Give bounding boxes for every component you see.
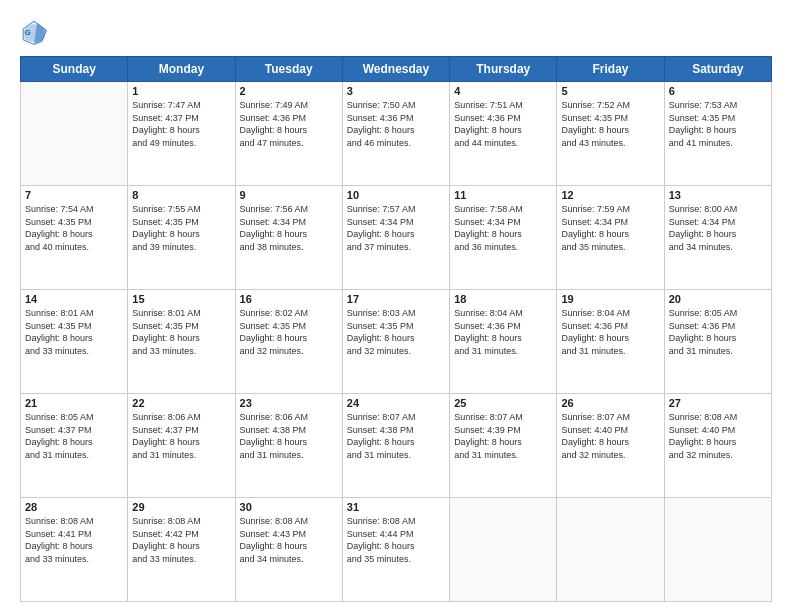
logo: G [20, 18, 52, 46]
calendar-cell: 23Sunrise: 8:06 AM Sunset: 4:38 PM Dayli… [235, 394, 342, 498]
calendar-cell: 5Sunrise: 7:52 AM Sunset: 4:35 PM Daylig… [557, 82, 664, 186]
day-info: Sunrise: 8:08 AM Sunset: 4:42 PM Dayligh… [132, 515, 230, 565]
day-number: 14 [25, 293, 123, 305]
weekday-header-row: SundayMondayTuesdayWednesdayThursdayFrid… [21, 57, 772, 82]
day-number: 18 [454, 293, 552, 305]
calendar-cell: 25Sunrise: 8:07 AM Sunset: 4:39 PM Dayli… [450, 394, 557, 498]
day-info: Sunrise: 7:52 AM Sunset: 4:35 PM Dayligh… [561, 99, 659, 149]
calendar-cell: 16Sunrise: 8:02 AM Sunset: 4:35 PM Dayli… [235, 290, 342, 394]
day-info: Sunrise: 7:47 AM Sunset: 4:37 PM Dayligh… [132, 99, 230, 149]
calendar-cell: 20Sunrise: 8:05 AM Sunset: 4:36 PM Dayli… [664, 290, 771, 394]
calendar-week-row: 7Sunrise: 7:54 AM Sunset: 4:35 PM Daylig… [21, 186, 772, 290]
day-number: 13 [669, 189, 767, 201]
day-number: 8 [132, 189, 230, 201]
day-info: Sunrise: 8:07 AM Sunset: 4:39 PM Dayligh… [454, 411, 552, 461]
calendar-cell: 12Sunrise: 7:59 AM Sunset: 4:34 PM Dayli… [557, 186, 664, 290]
day-number: 26 [561, 397, 659, 409]
calendar-cell: 29Sunrise: 8:08 AM Sunset: 4:42 PM Dayli… [128, 498, 235, 602]
day-number: 1 [132, 85, 230, 97]
day-info: Sunrise: 8:01 AM Sunset: 4:35 PM Dayligh… [25, 307, 123, 357]
day-info: Sunrise: 7:53 AM Sunset: 4:35 PM Dayligh… [669, 99, 767, 149]
page: G SundayMondayTuesdayWednesdayThursdayFr… [0, 0, 792, 612]
calendar-cell: 13Sunrise: 8:00 AM Sunset: 4:34 PM Dayli… [664, 186, 771, 290]
day-number: 27 [669, 397, 767, 409]
day-number: 6 [669, 85, 767, 97]
calendar-cell: 31Sunrise: 8:08 AM Sunset: 4:44 PM Dayli… [342, 498, 449, 602]
calendar-table: SundayMondayTuesdayWednesdayThursdayFrid… [20, 56, 772, 602]
weekday-header-sunday: Sunday [21, 57, 128, 82]
day-info: Sunrise: 8:04 AM Sunset: 4:36 PM Dayligh… [561, 307, 659, 357]
day-number: 31 [347, 501, 445, 513]
day-info: Sunrise: 8:06 AM Sunset: 4:37 PM Dayligh… [132, 411, 230, 461]
calendar-cell: 28Sunrise: 8:08 AM Sunset: 4:41 PM Dayli… [21, 498, 128, 602]
day-number: 12 [561, 189, 659, 201]
calendar-cell: 27Sunrise: 8:08 AM Sunset: 4:40 PM Dayli… [664, 394, 771, 498]
day-number: 4 [454, 85, 552, 97]
day-info: Sunrise: 7:58 AM Sunset: 4:34 PM Dayligh… [454, 203, 552, 253]
weekday-header-saturday: Saturday [664, 57, 771, 82]
day-info: Sunrise: 8:01 AM Sunset: 4:35 PM Dayligh… [132, 307, 230, 357]
weekday-header-thursday: Thursday [450, 57, 557, 82]
calendar-cell: 26Sunrise: 8:07 AM Sunset: 4:40 PM Dayli… [557, 394, 664, 498]
day-info: Sunrise: 8:07 AM Sunset: 4:40 PM Dayligh… [561, 411, 659, 461]
calendar-cell: 22Sunrise: 8:06 AM Sunset: 4:37 PM Dayli… [128, 394, 235, 498]
day-info: Sunrise: 7:55 AM Sunset: 4:35 PM Dayligh… [132, 203, 230, 253]
calendar-cell [21, 82, 128, 186]
day-info: Sunrise: 8:08 AM Sunset: 4:41 PM Dayligh… [25, 515, 123, 565]
calendar-cell: 2Sunrise: 7:49 AM Sunset: 4:36 PM Daylig… [235, 82, 342, 186]
calendar-week-row: 1Sunrise: 7:47 AM Sunset: 4:37 PM Daylig… [21, 82, 772, 186]
day-number: 5 [561, 85, 659, 97]
day-info: Sunrise: 8:06 AM Sunset: 4:38 PM Dayligh… [240, 411, 338, 461]
day-number: 11 [454, 189, 552, 201]
calendar-cell: 6Sunrise: 7:53 AM Sunset: 4:35 PM Daylig… [664, 82, 771, 186]
day-info: Sunrise: 8:07 AM Sunset: 4:38 PM Dayligh… [347, 411, 445, 461]
day-number: 30 [240, 501, 338, 513]
day-info: Sunrise: 8:04 AM Sunset: 4:36 PM Dayligh… [454, 307, 552, 357]
day-info: Sunrise: 7:51 AM Sunset: 4:36 PM Dayligh… [454, 99, 552, 149]
day-number: 17 [347, 293, 445, 305]
day-info: Sunrise: 8:05 AM Sunset: 4:36 PM Dayligh… [669, 307, 767, 357]
calendar-week-row: 14Sunrise: 8:01 AM Sunset: 4:35 PM Dayli… [21, 290, 772, 394]
day-number: 28 [25, 501, 123, 513]
day-number: 24 [347, 397, 445, 409]
day-info: Sunrise: 7:49 AM Sunset: 4:36 PM Dayligh… [240, 99, 338, 149]
calendar-cell [450, 498, 557, 602]
calendar-cell [557, 498, 664, 602]
calendar-cell: 17Sunrise: 8:03 AM Sunset: 4:35 PM Dayli… [342, 290, 449, 394]
day-number: 7 [25, 189, 123, 201]
calendar-cell: 10Sunrise: 7:57 AM Sunset: 4:34 PM Dayli… [342, 186, 449, 290]
day-info: Sunrise: 7:50 AM Sunset: 4:36 PM Dayligh… [347, 99, 445, 149]
day-number: 22 [132, 397, 230, 409]
day-number: 3 [347, 85, 445, 97]
day-number: 15 [132, 293, 230, 305]
day-info: Sunrise: 8:02 AM Sunset: 4:35 PM Dayligh… [240, 307, 338, 357]
day-number: 19 [561, 293, 659, 305]
svg-text:G: G [25, 28, 31, 37]
calendar-cell: 24Sunrise: 8:07 AM Sunset: 4:38 PM Dayli… [342, 394, 449, 498]
day-number: 25 [454, 397, 552, 409]
calendar-cell: 9Sunrise: 7:56 AM Sunset: 4:34 PM Daylig… [235, 186, 342, 290]
logo-icon: G [20, 18, 48, 46]
day-number: 10 [347, 189, 445, 201]
calendar-cell [664, 498, 771, 602]
calendar-cell: 1Sunrise: 7:47 AM Sunset: 4:37 PM Daylig… [128, 82, 235, 186]
calendar-cell: 8Sunrise: 7:55 AM Sunset: 4:35 PM Daylig… [128, 186, 235, 290]
calendar-cell: 7Sunrise: 7:54 AM Sunset: 4:35 PM Daylig… [21, 186, 128, 290]
day-info: Sunrise: 8:08 AM Sunset: 4:40 PM Dayligh… [669, 411, 767, 461]
weekday-header-friday: Friday [557, 57, 664, 82]
calendar-cell: 18Sunrise: 8:04 AM Sunset: 4:36 PM Dayli… [450, 290, 557, 394]
day-number: 9 [240, 189, 338, 201]
calendar-week-row: 21Sunrise: 8:05 AM Sunset: 4:37 PM Dayli… [21, 394, 772, 498]
calendar-week-row: 28Sunrise: 8:08 AM Sunset: 4:41 PM Dayli… [21, 498, 772, 602]
day-number: 16 [240, 293, 338, 305]
day-info: Sunrise: 8:03 AM Sunset: 4:35 PM Dayligh… [347, 307, 445, 357]
day-info: Sunrise: 7:54 AM Sunset: 4:35 PM Dayligh… [25, 203, 123, 253]
day-number: 21 [25, 397, 123, 409]
day-info: Sunrise: 8:08 AM Sunset: 4:44 PM Dayligh… [347, 515, 445, 565]
day-info: Sunrise: 7:57 AM Sunset: 4:34 PM Dayligh… [347, 203, 445, 253]
day-info: Sunrise: 8:00 AM Sunset: 4:34 PM Dayligh… [669, 203, 767, 253]
weekday-header-tuesday: Tuesday [235, 57, 342, 82]
calendar-cell: 21Sunrise: 8:05 AM Sunset: 4:37 PM Dayli… [21, 394, 128, 498]
weekday-header-monday: Monday [128, 57, 235, 82]
calendar-cell: 30Sunrise: 8:08 AM Sunset: 4:43 PM Dayli… [235, 498, 342, 602]
